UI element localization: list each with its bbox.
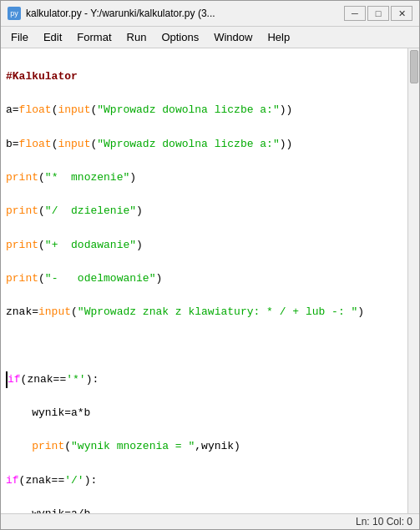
code-line: wynik=a*b — [6, 405, 402, 421]
code-editor[interactable]: #Kalkulator a=float(input("Wprowadz dowo… — [1, 48, 407, 513]
code-line: if(znak=='/'): — [6, 472, 402, 489]
menu-options[interactable]: Options — [154, 28, 205, 46]
code-line: print("wynik mnozenia = ",wynik) — [6, 438, 402, 455]
editor-area: #Kalkulator a=float(input("Wprowadz dowo… — [1, 48, 419, 513]
code-line — [6, 337, 402, 354]
menu-file[interactable]: File — [4, 28, 35, 46]
code-line-cursor: if(znak=='*'): — [6, 371, 402, 388]
minimize-button[interactable]: ─ — [344, 6, 366, 21]
window-title: kalkulator.py - Y:/warunki/kalkulator.py… — [26, 8, 215, 19]
code-line: print("- odelmowanie") — [6, 270, 402, 287]
scrollbar-thumb[interactable] — [410, 50, 418, 83]
window-controls: ─ □ ✕ — [344, 6, 412, 21]
menu-format[interactable]: Format — [70, 28, 118, 46]
code-line: #Kalkulator — [6, 68, 402, 85]
vertical-scrollbar[interactable] — [407, 48, 419, 513]
close-button[interactable]: ✕ — [391, 6, 412, 21]
menu-window[interactable]: Window — [207, 28, 259, 46]
maximize-button[interactable]: □ — [367, 6, 389, 21]
title-bar: py kalkulator.py - Y:/warunki/kalkulator… — [1, 1, 419, 27]
code-line: print("+ dodawanie") — [6, 237, 402, 254]
code-line: print("* mnozenie") — [6, 169, 402, 186]
app-icon: py — [8, 7, 21, 20]
menu-bar: File Edit Format Run Options Window Help — [1, 27, 419, 48]
code-line: print("/ dzielenie") — [6, 203, 402, 220]
menu-run[interactable]: Run — [120, 28, 154, 46]
code-line: wynik=a/b — [6, 506, 402, 513]
code-line: a=float(input("Wprowadz dowolna liczbe a… — [6, 102, 402, 119]
menu-edit[interactable]: Edit — [37, 28, 68, 46]
title-bar-left: py kalkulator.py - Y:/warunki/kalkulator… — [8, 7, 215, 20]
menu-help[interactable]: Help — [261, 28, 296, 46]
main-window: py kalkulator.py - Y:/warunki/kalkulator… — [0, 0, 420, 530]
code-line: znak=input("Wprowadz znak z klawiatury: … — [6, 304, 402, 321]
status-bar: Ln: 10 Col: 0 — [1, 513, 419, 529]
status-text: Ln: 10 Col: 0 — [356, 516, 412, 527]
code-line: b=float(input("Wprowadz dowolna liczbe a… — [6, 136, 402, 153]
